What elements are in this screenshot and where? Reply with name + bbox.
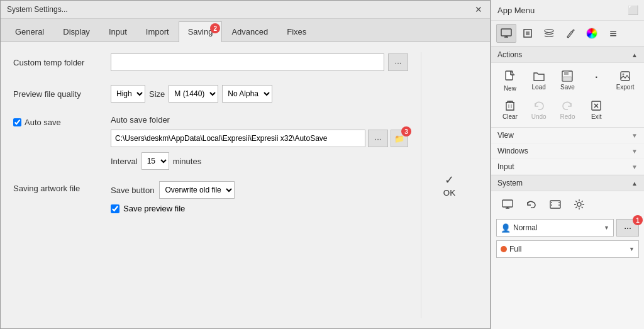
action-save-label: Save [560,84,575,91]
autosave-folder-input[interactable] [111,130,365,147]
system-arrow-icon: ▲ [631,180,638,187]
app-menu-window-button[interactable]: ⬜ [628,5,638,15]
svg-point-29 [577,203,581,206]
ok-panel: ✓ OK [421,52,477,318]
toolbar-layers-button[interactable] [539,24,559,43]
svg-rect-25 [550,202,552,203]
custom-temp-folder-row: Custom temp folder ··· [13,52,408,72]
minutes-label: minutes [173,157,202,166]
settings-content: Custom temp folder ··· Preview file qual… [1,42,490,328]
actions-section-header[interactable]: Actions ▲ [491,47,644,63]
save-preview-row: Save preview file [111,204,235,213]
settings-panel: Custom temp folder ··· Preview file qual… [13,52,408,318]
action-new-label: New [504,85,516,92]
normal-dropdown-icon: ▼ [604,225,609,231]
app-menu-title: App Menu [497,6,535,15]
action-export-button[interactable]: Export [611,67,639,95]
actions-grid: New Load Save · · Export [491,63,644,128]
system-film-button[interactable] [544,195,567,214]
auto-save-label-container: Auto save [13,115,111,127]
action-redo-label: Redo [560,113,575,120]
system-display-button[interactable] [496,195,519,214]
action-dot-button[interactable]: · · [582,67,610,95]
saving-artwork-label: Saving artwork file [13,181,111,193]
custom-temp-folder-browse-button[interactable]: ··· [388,53,408,71]
custom-temp-folder-controls: ··· [111,53,408,71]
tab-display[interactable]: Display [53,21,99,42]
more-badge: 1 [633,215,643,225]
action-undo-button[interactable]: Undo [525,96,553,123]
svg-rect-4 [526,31,530,35]
svg-rect-17 [509,101,511,103]
toolbar-square-button[interactable] [518,24,538,43]
view-label: View [497,131,514,140]
save-preview-label: Save preview file [123,204,185,213]
normal-select[interactable]: 👤 Normal ▼ [496,219,614,237]
system-label: System [497,179,523,187]
autosave-folder-browse-button[interactable]: 📁 3 [391,130,408,147]
action-redo-button[interactable]: Redo [554,96,582,123]
tab-input[interactable]: Input [99,21,136,42]
svg-point-5 [545,30,553,33]
view-menu-row[interactable]: View ▼ [491,128,644,143]
windows-menu-row[interactable]: Windows ▼ [491,143,644,159]
tab-import[interactable]: Import [136,21,179,42]
action-load-label: Load [532,84,546,91]
actions-label: Actions [497,50,522,59]
save-btn-row: Save button Overwrite old file [111,181,235,199]
more-button[interactable]: ··· 1 [616,219,639,237]
system-section-header[interactable]: System ▲ [491,175,644,191]
toolbar-monitor-button[interactable] [496,24,516,43]
full-dropdown-icon: ▼ [629,246,635,252]
action-exit-label: Exit [591,113,602,120]
autosave-browse-dots-button[interactable]: ··· [368,130,388,147]
interval-select[interactable]: 15 [142,152,169,170]
toolbar-brush-button[interactable] [560,24,580,43]
saving-artwork-controls: Save button Overwrite old file Save prev… [111,181,235,213]
normal-row: 👤 Normal ▼ ··· 1 [496,219,639,237]
preview-quality-row: Preview file quality High Size M (1440) … [13,84,408,104]
auto-save-row: Auto save Auto save folder ··· 📁 3 Inter… [13,115,408,170]
toolbar-color-button[interactable] [582,24,602,43]
ok-button[interactable]: ✓ OK [434,167,465,203]
saving-tab-badge: 2 [210,23,220,33]
size-select[interactable]: M (1440) [169,85,218,103]
svg-point-13 [623,74,625,75]
toolbar-menu-button[interactable]: ≡ [603,24,623,43]
svg-rect-28 [558,204,560,206]
interval-row: Interval 15 minutes [111,152,408,170]
system-gear-button[interactable] [568,195,591,214]
tab-general[interactable]: General [6,21,53,42]
system-undo-button[interactable] [520,195,543,214]
quality-select[interactable]: High [111,85,145,103]
action-new-button[interactable]: New [496,67,524,95]
save-button-label: Save button [111,186,154,195]
tab-fixes[interactable]: Fixes [277,21,316,42]
action-save-button[interactable]: Save [554,67,582,95]
full-row: Full ▼ [496,240,639,258]
tab-advanced[interactable]: Advanced [222,21,277,42]
full-select[interactable]: Full ▼ [496,240,639,258]
custom-temp-folder-input[interactable] [111,53,384,71]
action-clear-button[interactable]: Clear [496,96,524,123]
svg-rect-21 [502,200,513,207]
alpha-select[interactable]: No Alpha [222,85,272,103]
input-menu-row[interactable]: Input ▼ [491,159,644,175]
auto-save-checkbox[interactable] [13,118,21,126]
tabs-bar: General Display Input Import Saving 2 Ad… [1,19,490,42]
save-preview-checkbox[interactable] [111,204,119,213]
svg-rect-12 [621,72,630,81]
interval-label: Interval [111,157,138,166]
more-dots-icon: ··· [624,223,631,233]
action-load-button[interactable]: Load [525,67,553,95]
save-button-select[interactable]: Overwrite old file [159,181,235,199]
view-arrow-icon: ▼ [631,132,638,139]
action-clear-label: Clear [502,113,518,120]
app-menu-panel: App Menu ⬜ [491,0,644,329]
system-icons-row [496,195,639,214]
action-exit-button[interactable]: Exit [582,96,610,123]
orange-dot-icon [501,246,507,252]
tab-saving[interactable]: Saving 2 [179,21,223,42]
close-button[interactable]: ✕ [474,4,484,14]
title-bar: System Settings... ✕ [1,1,490,19]
